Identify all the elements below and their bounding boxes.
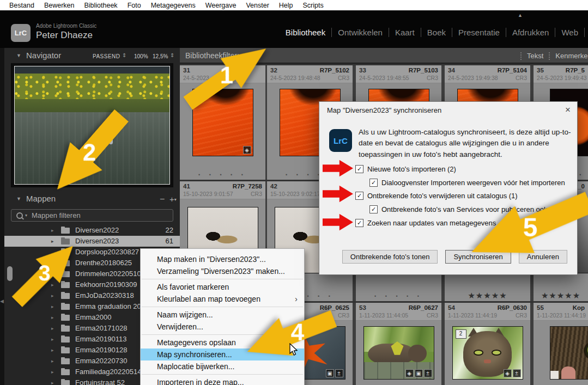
cell-header: 53R6P_0627 1-11-2023 11:44:05CR3: [356, 303, 441, 321]
develop-badge-icon[interactable]: ±: [335, 369, 343, 377]
left-edge-strip: ◀: [0, 48, 4, 385]
white-patch: [550, 371, 559, 379]
folder-item-selected[interactable]: ▸ Diversen2023 61: [4, 236, 180, 247]
develop-badge-icon[interactable]: ±: [424, 369, 432, 377]
folder-icon: [61, 315, 70, 321]
disclosure-right-icon[interactable]: ▸: [51, 345, 54, 356]
preview-flower-bank: [15, 74, 169, 101]
menu-item-verzameling-maken[interactable]: Verzameling "Diversen2023" maken...: [141, 265, 304, 277]
cell-filename: R6P_0627: [409, 304, 438, 311]
cell-index: 35: [537, 66, 544, 74]
folders-panel-header[interactable]: ▼ Mappen − +▾: [4, 193, 180, 205]
develop-badge-icon[interactable]: ±: [513, 369, 521, 377]
disclosure-down-icon[interactable]: ▼: [16, 53, 21, 58]
disclosure-right-icon[interactable]: ▸: [51, 356, 54, 366]
folder-icon: [61, 337, 70, 343]
rating-stars[interactable]: ★★★★★: [445, 289, 530, 301]
module-bibliotheek[interactable]: Bibliotheek: [280, 28, 332, 37]
photo-thumbnail[interactable]: [550, 326, 588, 380]
menu-bibliotheek[interactable]: Bibliotheek: [79, 2, 122, 9]
collapse-top-panel-icon[interactable]: ▲: [518, 13, 523, 18]
app-name: Adobe Lightroom Classic: [36, 23, 96, 29]
menu-item-map-maken[interactable]: Map maken in "Diversen2023"...: [141, 253, 304, 265]
cell-date: 1-11-2023 11:44:19: [448, 311, 497, 319]
cell-header: 35R7P_5 24-5-2023 19:49:43: [534, 65, 588, 83]
module-boek[interactable]: Boek: [421, 28, 452, 37]
cell-index: 55: [537, 304, 544, 311]
menu-item-label: Kleurlabel aan map toevoegen: [157, 295, 260, 303]
zoom-fit-option[interactable]: PASSEND: [93, 53, 120, 59]
filter-option-kenmerken[interactable]: Kenmerken: [555, 52, 588, 60]
disclosure-right-icon[interactable]: ▸: [51, 366, 54, 377]
folder-icon: [61, 326, 70, 332]
checkbox-checked-icon[interactable]: ✓: [355, 192, 363, 200]
keyword-badge-icon[interactable]: ◈: [243, 146, 251, 154]
module-presentatie[interactable]: Presentatie: [452, 28, 506, 37]
add-folder-icon[interactable]: +▾: [169, 194, 177, 204]
menu-foto[interactable]: Foto: [123, 2, 146, 9]
show-missing-photos-button[interactable]: Ontbrekende foto's tonen: [342, 250, 438, 264]
remove-folder-icon[interactable]: −: [160, 194, 165, 204]
crop-badge-icon[interactable]: ▣: [415, 369, 423, 377]
cell-index: 31: [183, 66, 190, 74]
checkbox-checked-icon[interactable]: ✓: [355, 219, 363, 227]
module-afdrukken[interactable]: Afdrukken: [506, 28, 556, 37]
disclosure-right-icon[interactable]: ▸: [51, 301, 54, 312]
rating-dots[interactable]: • • • • •: [180, 167, 265, 178]
photo-thumbnail[interactable]: 2 ◈±: [452, 326, 523, 380]
updown-icon[interactable]: ⇕: [122, 52, 126, 58]
menu-help[interactable]: Help: [274, 2, 298, 9]
menu-bewerken[interactable]: Bewerken: [39, 2, 80, 9]
disclosure-right-icon[interactable]: ▸: [51, 377, 54, 385]
menu-venster[interactable]: Venster: [241, 2, 274, 9]
menu-separator: [142, 374, 303, 375]
grid-cell[interactable]: 53R6P_0627 1-11-2023 11:44:05CR3 ◈▣±: [356, 303, 441, 385]
cell-date: 24-5-2023 19:48:48: [270, 74, 320, 82]
photo-thumbnail[interactable]: ◈▣±: [363, 326, 434, 380]
menu-weergave[interactable]: Weergave: [201, 2, 241, 9]
menu-item-importeren[interactable]: Importeren in deze map...: [141, 376, 304, 385]
checkbox-nieuwe-fotos[interactable]: ✓ Nieuwe foto's importeren (2): [355, 165, 456, 173]
menu-scripts[interactable]: Scripts: [298, 2, 329, 9]
menu-bestand[interactable]: Bestand: [4, 2, 39, 9]
dropdown-icon: ▾: [174, 197, 177, 202]
menu-item-kleurlabel[interactable]: Kleurlabel aan map toevoegen›: [141, 293, 304, 305]
crop-badge-icon[interactable]: ▣: [326, 369, 334, 377]
navigator-title: Navigator: [26, 51, 61, 60]
folder-filter-input[interactable]: ▾ Mappen filteren: [11, 209, 173, 222]
checkbox-checked-icon[interactable]: ✓: [369, 179, 378, 187]
menu-metagegevens[interactable]: Metagegevens: [146, 2, 201, 9]
close-icon[interactable]: ×: [565, 105, 571, 115]
module-ontwikkelen[interactable]: Ontwikkelen: [332, 28, 389, 37]
folder-item[interactable]: ▸ Diversen2022 22: [4, 225, 180, 236]
grid-cell[interactable]: 54R6P_0630 1-11-2023 11:44:19CR3 2 ◈±: [445, 303, 530, 385]
checkbox-checked-icon[interactable]: ✓: [355, 165, 363, 173]
grid-cell[interactable]: 55Kop 1-11-2023 11:44:19: [534, 303, 588, 385]
zoom-level-option[interactable]: 12,5%: [153, 53, 168, 59]
menu-item-als-favoriet[interactable]: Als favoriet markeren: [141, 281, 304, 293]
updown-icon[interactable]: ⇕: [170, 52, 174, 58]
disclosure-right-icon[interactable]: ▸: [51, 323, 54, 334]
rating-dots[interactable]: • • • • •: [356, 289, 441, 299]
checkbox-dialoogvenster[interactable]: ✓ Dialoogvenster Importeren weergeven vó…: [369, 179, 565, 187]
folders-title: Mappen: [26, 194, 56, 203]
keyword-badge-icon[interactable]: ◈: [405, 369, 414, 377]
stack-count-badge[interactable]: 2: [456, 329, 466, 339]
zoom-100-option[interactable]: 100%: [134, 53, 148, 59]
disclosure-down-icon[interactable]: ▼: [16, 196, 21, 201]
keyword-badge-icon[interactable]: ◈: [504, 369, 512, 377]
disclosure-right-icon[interactable]: ▸: [51, 312, 54, 323]
module-kaart[interactable]: Kaart: [389, 28, 421, 37]
disclosure-right-icon[interactable]: ▸: [51, 334, 54, 345]
checkbox-checked-icon[interactable]: ✓: [369, 205, 378, 213]
annotation-number: 5: [523, 212, 538, 242]
module-web[interactable]: Web: [555, 28, 585, 37]
rating-stars[interactable]: ★★★★★: [534, 289, 588, 301]
collapse-left-panel-icon[interactable]: ◀: [0, 298, 4, 304]
navigator-panel-header[interactable]: ▼ Navigator PASSEND ⇕ 100% 12,5% ⇕: [4, 50, 180, 62]
filter-option-tekst[interactable]: Tekst: [527, 52, 543, 60]
cell-date: 24-5-2023 19:49:38: [448, 74, 498, 82]
folder-name: Emma20171028: [75, 323, 127, 334]
checkbox-ontbrekende-verwijderen[interactable]: ✓ Ontbrekende foto's verwijderen uit cat…: [355, 192, 518, 200]
cell-index: 54: [448, 304, 455, 311]
